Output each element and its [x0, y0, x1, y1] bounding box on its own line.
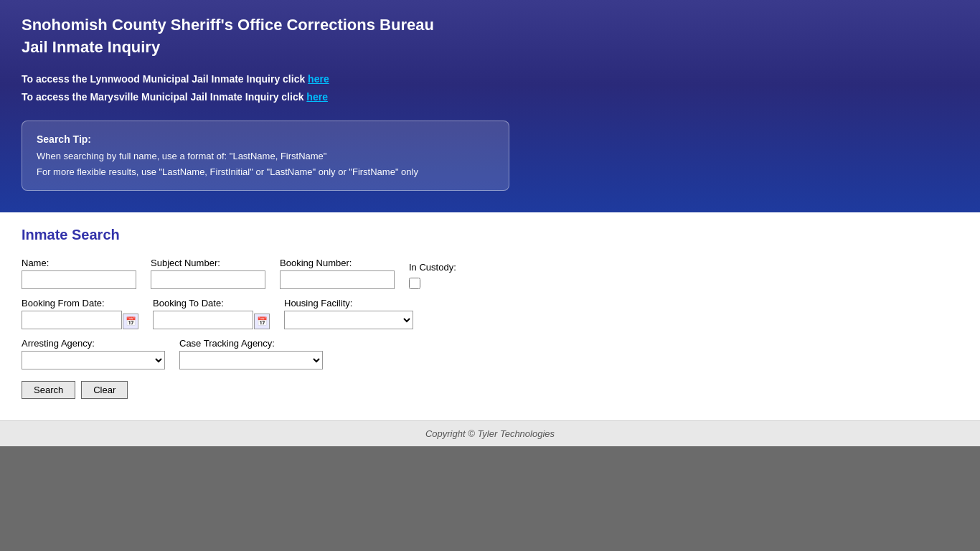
- field-arresting: Arresting Agency: Agency 1 Agency 2: [22, 338, 165, 369]
- booking-from-wrapper: 📅: [22, 311, 138, 329]
- tip-title: Search Tip:: [37, 133, 91, 145]
- footer-section: Copyright © Tyler Technologies: [0, 420, 980, 446]
- field-booking-from: Booking From Date: 📅: [22, 298, 138, 329]
- footer-copyright: Copyright © Tyler Technologies: [425, 428, 555, 439]
- field-name: Name:: [22, 258, 136, 289]
- search-tip-box: Search Tip: When searching by full name,…: [22, 121, 509, 191]
- title-line1: Snohomish County Sheriff's Office Correc…: [22, 16, 434, 34]
- field-booking-to: Booking To Date: 📅: [153, 298, 270, 329]
- main-section: Inmate Search Name: Subject Number: Book…: [0, 212, 980, 420]
- case-label: Case Tracking Agency:: [179, 338, 323, 349]
- booking-to-calendar-icon[interactable]: 📅: [254, 314, 270, 329]
- booking-to-label: Booking To Date:: [153, 298, 270, 309]
- booking-to-input[interactable]: [153, 311, 253, 329]
- inmate-search-title: Inmate Search: [22, 227, 958, 243]
- custody-checkbox[interactable]: [409, 278, 420, 289]
- lynnwood-link[interactable]: here: [308, 73, 329, 85]
- booking-from-input[interactable]: [22, 311, 122, 329]
- field-subject: Subject Number:: [151, 258, 265, 289]
- link2-text: To access the Marysville Municipal Jail …: [22, 91, 306, 103]
- buttons-row: Search Clear: [22, 381, 958, 399]
- booking-input[interactable]: [280, 270, 395, 289]
- name-input[interactable]: [22, 270, 136, 289]
- subject-input[interactable]: [151, 270, 265, 289]
- custody-label: In Custody:: [409, 262, 456, 273]
- clear-button[interactable]: Clear: [81, 381, 128, 399]
- booking-label: Booking Number:: [280, 258, 395, 268]
- subject-label: Subject Number:: [151, 258, 265, 268]
- marysville-link[interactable]: here: [306, 91, 328, 103]
- tip-line2: For more flexible results, use "LastName…: [37, 166, 418, 177]
- header-title: Snohomish County Sheriff's Office Correc…: [22, 14, 958, 59]
- field-case: Case Tracking Agency: Agency 1 Agency 2: [179, 338, 323, 369]
- booking-to-wrapper: 📅: [153, 311, 270, 329]
- case-select[interactable]: Agency 1 Agency 2: [179, 351, 323, 369]
- form-row-1: Name: Subject Number: Booking Number: In…: [22, 258, 958, 289]
- field-booking: Booking Number:: [280, 258, 395, 289]
- form-row-3: Arresting Agency: Agency 1 Agency 2 Case…: [22, 338, 958, 369]
- link1-text: To access the Lynnwood Municipal Jail In…: [22, 73, 308, 85]
- field-custody: In Custody:: [409, 262, 456, 289]
- title-line2: Jail Inmate Inquiry: [22, 38, 160, 56]
- lynnwood-link-line: To access the Lynnwood Municipal Jail In…: [22, 70, 958, 88]
- marysville-link-line: To access the Marysville Municipal Jail …: [22, 88, 958, 106]
- booking-from-label: Booking From Date:: [22, 298, 138, 309]
- header-links: To access the Lynnwood Municipal Jail In…: [22, 70, 958, 106]
- search-button[interactable]: Search: [22, 381, 75, 399]
- arresting-select[interactable]: Agency 1 Agency 2: [22, 351, 165, 369]
- booking-from-calendar-icon[interactable]: 📅: [123, 314, 138, 329]
- name-label: Name:: [22, 258, 136, 268]
- header-section: Snohomish County Sheriff's Office Correc…: [0, 0, 980, 212]
- tip-line1: When searching by full name, use a forma…: [37, 151, 326, 161]
- arresting-label: Arresting Agency:: [22, 338, 165, 349]
- form-row-2: Booking From Date: 📅 Booking To Date: 📅 …: [22, 298, 958, 329]
- housing-select[interactable]: Option 1 Option 2: [284, 311, 413, 329]
- housing-label: Housing Facility:: [284, 298, 413, 309]
- field-housing: Housing Facility: Option 1 Option 2: [284, 298, 413, 329]
